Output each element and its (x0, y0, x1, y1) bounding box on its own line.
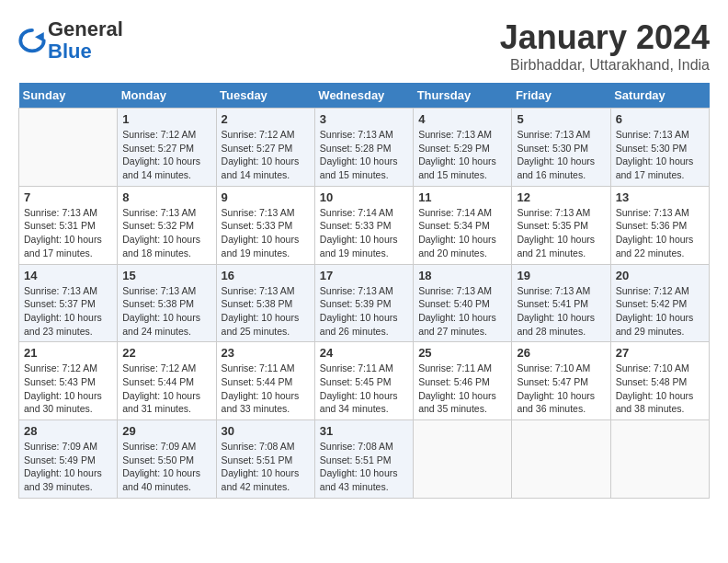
day-of-week-tuesday: Tuesday (216, 83, 314, 109)
day-info: Sunrise: 7:09 AM Sunset: 5:50 PM Dayligh… (122, 440, 210, 494)
day-number: 9 (222, 190, 310, 204)
logo-blue: Blue (48, 40, 92, 63)
day-info: Sunrise: 7:13 AM Sunset: 5:36 PM Dayligh… (616, 206, 704, 260)
calendar-cell: 25Sunrise: 7:11 AM Sunset: 5:46 PM Dayli… (414, 342, 512, 420)
calendar-cell: 10Sunrise: 7:14 AM Sunset: 5:33 PM Dayli… (314, 186, 413, 264)
calendar-cell: 26Sunrise: 7:10 AM Sunset: 5:47 PM Dayli… (512, 342, 610, 420)
day-info: Sunrise: 7:13 AM Sunset: 5:28 PM Dayligh… (320, 128, 408, 182)
week-row-5: 28Sunrise: 7:09 AM Sunset: 5:49 PM Dayli… (19, 420, 710, 499)
calendar-cell (414, 420, 512, 499)
logo-text: General Blue (48, 18, 123, 63)
title-section: January 2024 Birbhaddar, Uttarakhand, In… (500, 18, 710, 74)
calendar-cell: 7Sunrise: 7:13 AM Sunset: 5:31 PM Daylig… (19, 186, 118, 264)
day-number: 15 (122, 269, 210, 282)
day-number: 10 (320, 190, 408, 204)
day-number: 4 (418, 112, 506, 126)
day-info: Sunrise: 7:13 AM Sunset: 5:30 PM Dayligh… (517, 128, 605, 182)
day-info: Sunrise: 7:11 AM Sunset: 5:45 PM Dayligh… (320, 362, 408, 416)
day-number: 26 (517, 346, 605, 360)
day-info: Sunrise: 7:12 AM Sunset: 5:43 PM Dayligh… (24, 362, 112, 416)
logo-general: General (48, 17, 123, 40)
calendar-cell: 5Sunrise: 7:13 AM Sunset: 5:30 PM Daylig… (512, 109, 610, 187)
calendar-cell: 15Sunrise: 7:13 AM Sunset: 5:38 PM Dayli… (118, 264, 216, 342)
week-row-3: 14Sunrise: 7:13 AM Sunset: 5:37 PM Dayli… (19, 264, 710, 342)
calendar-cell: 24Sunrise: 7:11 AM Sunset: 5:45 PM Dayli… (314, 342, 413, 420)
calendar-cell: 28Sunrise: 7:09 AM Sunset: 5:49 PM Dayli… (19, 420, 118, 499)
day-number: 5 (517, 112, 605, 126)
day-info: Sunrise: 7:10 AM Sunset: 5:48 PM Dayligh… (616, 362, 704, 416)
calendar-cell: 4Sunrise: 7:13 AM Sunset: 5:29 PM Daylig… (414, 109, 512, 187)
week-row-1: 1Sunrise: 7:12 AM Sunset: 5:27 PM Daylig… (19, 109, 710, 187)
day-number: 17 (320, 269, 408, 282)
day-info: Sunrise: 7:13 AM Sunset: 5:41 PM Dayligh… (517, 284, 605, 339)
calendar-cell: 14Sunrise: 7:13 AM Sunset: 5:37 PM Dayli… (19, 264, 118, 342)
calendar-cell: 23Sunrise: 7:11 AM Sunset: 5:44 PM Dayli… (216, 342, 314, 420)
calendar-cell (610, 420, 709, 499)
day-number: 11 (418, 190, 506, 204)
day-of-week-monday: Monday (118, 83, 216, 109)
day-info: Sunrise: 7:13 AM Sunset: 5:38 PM Dayligh… (122, 284, 210, 339)
calendar-cell: 8Sunrise: 7:13 AM Sunset: 5:32 PM Daylig… (118, 186, 216, 264)
subtitle: Birbhaddar, Uttarakhand, India (500, 57, 710, 74)
calendar-cell (512, 420, 610, 499)
day-info: Sunrise: 7:14 AM Sunset: 5:34 PM Dayligh… (418, 206, 506, 260)
day-info: Sunrise: 7:08 AM Sunset: 5:51 PM Dayligh… (320, 440, 408, 494)
day-info: Sunrise: 7:14 AM Sunset: 5:33 PM Dayligh… (320, 206, 408, 260)
day-number: 31 (320, 424, 408, 438)
day-number: 21 (24, 346, 112, 360)
calendar-cell: 21Sunrise: 7:12 AM Sunset: 5:43 PM Dayli… (19, 342, 118, 420)
day-number: 27 (616, 346, 704, 360)
calendar-cell: 20Sunrise: 7:12 AM Sunset: 5:42 PM Dayli… (610, 264, 709, 342)
logo: General Blue (18, 18, 123, 63)
day-number: 22 (122, 346, 210, 360)
day-of-week-sunday: Sunday (19, 83, 118, 109)
header-row: SundayMondayTuesdayWednesdayThursdayFrid… (19, 83, 710, 109)
day-info: Sunrise: 7:13 AM Sunset: 5:31 PM Dayligh… (24, 206, 112, 260)
day-of-week-wednesday: Wednesday (314, 83, 413, 109)
calendar-cell: 18Sunrise: 7:13 AM Sunset: 5:40 PM Dayli… (414, 264, 512, 342)
day-info: Sunrise: 7:13 AM Sunset: 5:30 PM Dayligh… (616, 128, 704, 182)
logo-icon (18, 27, 46, 54)
day-info: Sunrise: 7:13 AM Sunset: 5:32 PM Dayligh… (122, 206, 210, 260)
calendar-table: SundayMondayTuesdayWednesdayThursdayFrid… (18, 83, 710, 499)
day-number: 3 (320, 112, 408, 126)
day-info: Sunrise: 7:12 AM Sunset: 5:42 PM Dayligh… (616, 284, 704, 339)
calendar-cell: 3Sunrise: 7:13 AM Sunset: 5:28 PM Daylig… (314, 109, 413, 187)
calendar-cell: 6Sunrise: 7:13 AM Sunset: 5:30 PM Daylig… (610, 109, 709, 187)
calendar-cell: 2Sunrise: 7:12 AM Sunset: 5:27 PM Daylig… (216, 109, 314, 187)
day-info: Sunrise: 7:08 AM Sunset: 5:51 PM Dayligh… (222, 440, 310, 494)
day-info: Sunrise: 7:12 AM Sunset: 5:27 PM Dayligh… (222, 128, 310, 182)
day-info: Sunrise: 7:13 AM Sunset: 5:33 PM Dayligh… (222, 206, 310, 260)
day-info: Sunrise: 7:12 AM Sunset: 5:27 PM Dayligh… (122, 128, 210, 182)
day-number: 20 (616, 269, 704, 282)
day-info: Sunrise: 7:10 AM Sunset: 5:47 PM Dayligh… (517, 362, 605, 416)
calendar-cell: 19Sunrise: 7:13 AM Sunset: 5:41 PM Dayli… (512, 264, 610, 342)
calendar-cell: 13Sunrise: 7:13 AM Sunset: 5:36 PM Dayli… (610, 186, 709, 264)
day-number: 2 (222, 112, 310, 126)
day-number: 18 (418, 269, 506, 282)
day-number: 6 (616, 112, 704, 126)
calendar-cell: 31Sunrise: 7:08 AM Sunset: 5:51 PM Dayli… (314, 420, 413, 499)
day-of-week-saturday: Saturday (610, 83, 709, 109)
calendar-cell: 9Sunrise: 7:13 AM Sunset: 5:33 PM Daylig… (216, 186, 314, 264)
day-number: 13 (616, 190, 704, 204)
calendar-cell (19, 109, 118, 187)
calendar-cell: 11Sunrise: 7:14 AM Sunset: 5:34 PM Dayli… (414, 186, 512, 264)
day-info: Sunrise: 7:13 AM Sunset: 5:39 PM Dayligh… (320, 284, 408, 339)
day-number: 7 (24, 190, 112, 204)
week-row-4: 21Sunrise: 7:12 AM Sunset: 5:43 PM Dayli… (19, 342, 710, 420)
day-number: 23 (222, 346, 310, 360)
day-info: Sunrise: 7:09 AM Sunset: 5:49 PM Dayligh… (24, 440, 112, 494)
day-number: 1 (122, 112, 210, 126)
day-number: 16 (222, 269, 310, 282)
calendar-cell: 29Sunrise: 7:09 AM Sunset: 5:50 PM Dayli… (118, 420, 216, 499)
day-number: 30 (222, 424, 310, 438)
day-info: Sunrise: 7:13 AM Sunset: 5:40 PM Dayligh… (418, 284, 506, 339)
calendar-cell: 27Sunrise: 7:10 AM Sunset: 5:48 PM Dayli… (610, 342, 709, 420)
calendar-cell: 16Sunrise: 7:13 AM Sunset: 5:38 PM Dayli… (216, 264, 314, 342)
day-number: 25 (418, 346, 506, 360)
day-number: 24 (320, 346, 408, 360)
day-info: Sunrise: 7:11 AM Sunset: 5:44 PM Dayligh… (222, 362, 310, 416)
day-info: Sunrise: 7:13 AM Sunset: 5:35 PM Dayligh… (517, 206, 605, 260)
calendar-cell: 17Sunrise: 7:13 AM Sunset: 5:39 PM Dayli… (314, 264, 413, 342)
